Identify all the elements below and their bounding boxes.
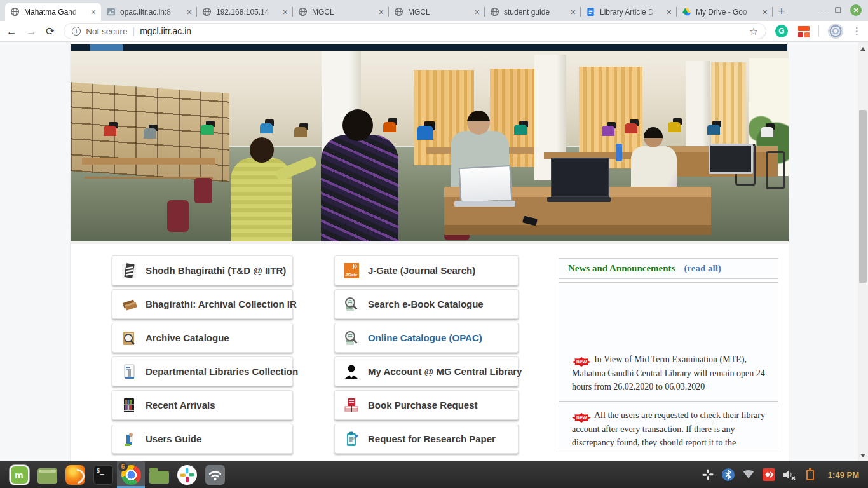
new-badge: new	[572, 413, 591, 423]
page-scrollbar[interactable]	[858, 42, 868, 461]
departmental-collection-icon	[121, 363, 137, 380]
taskbar-clock[interactable]: 1:49 PM	[828, 470, 859, 480]
link-label: Users Guide	[146, 433, 201, 444]
reload-button[interactable]: ⟳	[46, 26, 55, 37]
tab-close-icon[interactable]: ×	[475, 8, 480, 17]
tab-my-drive[interactable]: My Drive - Goo ×	[677, 3, 773, 21]
scroll-down-arrow[interactable]	[860, 454, 865, 458]
link-jgate[interactable]: JGate J-Gate (Journal Search)	[334, 255, 519, 285]
users-guide-kiosk-icon	[121, 431, 137, 447]
globe-favicon	[202, 7, 212, 17]
photo-person	[144, 128, 156, 139]
bluetooth-icon[interactable]	[722, 468, 735, 481]
back-button[interactable]: ←	[6, 26, 17, 37]
scrollbar-thumb[interactable]	[859, 110, 867, 283]
grammarly-extension-icon[interactable]: G	[775, 25, 788, 37]
tab-mgcl-1[interactable]: MGCL ×	[293, 3, 389, 21]
photo-shape	[454, 201, 515, 207]
volume-muted-icon[interactable]	[782, 468, 796, 482]
link-research-paper-request[interactable]: Request for Research Paper	[334, 424, 519, 454]
slack-icon	[177, 465, 197, 485]
link-archive-catalogue[interactable]: Archive Catalogue	[112, 323, 293, 353]
link-opac[interactable]: Online Catalogue (OPAC)	[334, 323, 519, 353]
desktop-screen: Mahatma Gand × opac.iitr.ac.in:8 × 192.1…	[0, 0, 868, 488]
chrome-taskbar-item[interactable]: 6	[117, 461, 145, 488]
link-label: Book Purchase Request	[368, 400, 478, 410]
photo-person	[260, 123, 273, 133]
link-users-guide[interactable]: Users Guide	[112, 424, 293, 454]
news-title: News and Announcements	[568, 263, 675, 274]
file-manager-launcher[interactable]	[145, 461, 173, 488]
tab-close-icon[interactable]: ×	[91, 8, 96, 17]
browser-menu-icon[interactable]: ⋮	[852, 25, 862, 37]
link-label: Archive Catalogue	[146, 332, 229, 343]
link-archival-collection[interactable]: Bhagirathi: Archival Collection IR	[112, 289, 293, 319]
tab-opac[interactable]: opac.iitr.ac.in:8 ×	[101, 3, 197, 21]
tab-ip-address[interactable]: 192.168.105.14 ×	[197, 3, 293, 21]
link-shodh-bhagirathi[interactable]: Shodh Bhagirathi (T&D @ IITR)	[112, 255, 293, 285]
tab-title: student guide	[504, 8, 566, 17]
wifi-app-icon	[205, 465, 225, 485]
wifi-signal-icon[interactable]	[742, 468, 756, 482]
anydesk-icon[interactable]	[763, 468, 775, 481]
battery-icon[interactable]	[803, 468, 817, 482]
photo-person	[294, 127, 307, 137]
archive-search-icon	[121, 330, 137, 346]
site-nav-active-item[interactable]	[90, 44, 123, 51]
tab-close-icon[interactable]: ×	[379, 8, 384, 17]
tab-student-guide[interactable]: student guide ×	[485, 3, 581, 21]
link-recent-arrivals[interactable]: Recent Arrivals	[112, 390, 293, 420]
forward-button[interactable]: →	[26, 26, 37, 37]
bookmark-star-icon[interactable]: ☆	[749, 25, 758, 37]
link-my-account[interactable]: My Account @ MG Central Library	[334, 356, 519, 386]
firefox-launcher[interactable]	[61, 461, 89, 488]
network-tool-launcher[interactable]	[201, 461, 229, 488]
show-desktop-button[interactable]	[33, 461, 61, 488]
page-info-icon[interactable]: i	[72, 27, 81, 36]
desktop-window-icon	[37, 468, 57, 484]
close-window-button[interactable]: ✕	[850, 4, 862, 16]
browser-toolbar: ← → ⟳ i Not secure | mgcl.iitr.ac.in ☆ G…	[0, 21, 868, 42]
chrome-window-count-badge: 6	[118, 462, 128, 471]
photo-person	[383, 122, 396, 132]
scroll-up-arrow[interactable]	[860, 47, 865, 51]
browser-tab-bar: Mahatma Gand × opac.iitr.ac.in:8 × 192.1…	[0, 0, 868, 21]
mint-menu-button[interactable]: m	[5, 461, 33, 488]
minimize-button[interactable]: –	[821, 7, 826, 13]
tab-close-icon[interactable]: ×	[763, 8, 768, 17]
thesis-stack-icon	[121, 262, 137, 279]
link-search-ebook[interactable]: Search e-Book Catalogue	[334, 289, 519, 319]
tab-library-article[interactable]: Library Article D ×	[581, 3, 677, 21]
photo-person	[514, 125, 527, 135]
link-label: Search e-Book Catalogue	[368, 299, 484, 309]
link-book-purchase[interactable]: Book Purchase Request	[334, 390, 519, 420]
photo-person	[761, 127, 773, 137]
link-departmental-libraries[interactable]: Departmental Libraries Collection	[112, 356, 293, 386]
jgate-icon: JGate	[343, 262, 360, 279]
address-bar[interactable]: i Not secure | mgcl.iitr.ac.in ☆	[64, 23, 766, 39]
photo-person	[104, 126, 116, 136]
tab-mgcl-2[interactable]: MGCL ×	[389, 3, 485, 21]
tab-close-icon[interactable]: ×	[187, 8, 192, 17]
photo-person	[467, 111, 490, 135]
photo-shape	[766, 151, 785, 189]
new-tab-button[interactable]: +	[773, 3, 790, 20]
quick-links-section: Shodh Bhagirathi (T&D @ IITR) Bhagirathi…	[71, 241, 789, 461]
read-all-link[interactable]: (read all)	[684, 263, 721, 274]
restore-button[interactable]	[835, 7, 841, 13]
tab-close-icon[interactable]: ×	[283, 8, 288, 17]
slack-tray-icon[interactable]	[701, 468, 715, 482]
tab-close-icon[interactable]: ×	[667, 8, 672, 17]
tab-title: Library Article D	[600, 8, 662, 17]
photo-shape	[82, 158, 215, 165]
taskbar: m $_ 6	[0, 461, 868, 488]
slack-launcher[interactable]	[173, 461, 201, 488]
photo-shape	[551, 158, 609, 197]
screenshot-extension-icon[interactable]	[797, 25, 810, 37]
system-tray: 1:49 PM	[701, 468, 863, 482]
terminal-launcher[interactable]: $_	[89, 461, 117, 488]
tab-mahatma-gandhi[interactable]: Mahatma Gand ×	[5, 3, 101, 21]
library-reading-room-photo	[71, 51, 789, 241]
tab-close-icon[interactable]: ×	[571, 8, 576, 17]
profile-avatar[interactable]	[828, 24, 843, 39]
